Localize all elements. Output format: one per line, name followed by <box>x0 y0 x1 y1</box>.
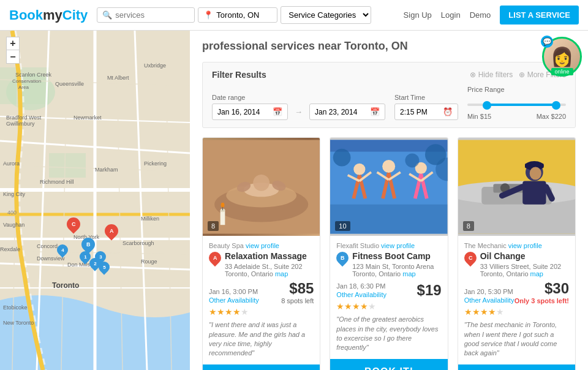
card-category-2: The Mechanic view profile <box>464 242 569 249</box>
card-price-row-0: Jan 16, 3:00 PM Other Availability $85 8… <box>209 280 314 304</box>
card-header-1: B Fitness Boot Camp 123 Main St, Toronto… <box>336 251 441 278</box>
search-input[interactable] <box>115 10 189 20</box>
other-avail-link-1[interactable]: Other Availability <box>336 291 386 298</box>
zoom-out-button[interactable]: − <box>6 50 20 64</box>
hide-filters-icon: ⊗ <box>470 70 476 79</box>
calendar-end-icon[interactable]: 📅 <box>370 107 380 116</box>
map-controls: + − <box>6 37 20 64</box>
svg-text:New Toronto: New Toronto <box>3 320 34 326</box>
svg-text:Don Mills: Don Mills <box>67 262 91 268</box>
svg-point-78 <box>405 153 420 167</box>
card-title-0: Relaxation Massage <box>225 251 307 262</box>
card-category-1: Flexafit Studio view profile <box>336 242 441 249</box>
svg-text:Milliken: Milliken <box>141 216 159 222</box>
location-input[interactable] <box>216 10 272 20</box>
svg-text:Vaughan: Vaughan <box>3 222 24 228</box>
svg-text:Queensville: Queensville <box>55 81 84 87</box>
service-card-0: 8 Beauty Spa view profile A Relaxation M… <box>202 137 320 370</box>
card-badge-2: 8 <box>463 221 474 231</box>
card-header-2: C Oil Change 33 Villiers Street, Suite 2… <box>464 251 569 278</box>
svg-text:Downsview: Downsview <box>37 255 65 262</box>
card-pin-2: C <box>462 249 479 266</box>
svg-text:Scanlon Creek: Scanlon Creek <box>15 72 52 78</box>
price-min: Min $15 <box>467 113 491 120</box>
card-image-1: 10 <box>330 138 447 236</box>
card-badge-1: 10 <box>335 221 350 231</box>
demo-link[interactable]: Demo <box>470 10 491 20</box>
login-link[interactable]: Login <box>441 10 461 20</box>
chat-icon[interactable]: 💬 <box>541 36 553 48</box>
date-arrow: → <box>295 107 303 116</box>
start-time-label: Start Time <box>394 94 458 101</box>
map-link-2[interactable]: map <box>530 270 543 278</box>
service-grid: 8 Beauty Spa view profile A Relaxation M… <box>202 137 576 370</box>
support-agent[interactable]: 👩 online 💬 <box>542 37 582 77</box>
other-avail-link-0[interactable]: Other Availability <box>209 296 259 304</box>
card-address-1: 123 Main St, Toronto Arena Toronto, Onta… <box>352 263 434 278</box>
clock-icon: ⏰ <box>443 107 453 116</box>
calendar-start-icon[interactable]: 📅 <box>273 107 282 116</box>
card-title-wrap-1: Fitness Boot Camp 123 Main St, Toronto A… <box>352 251 434 278</box>
view-profile-link-1[interactable]: view profile <box>381 242 415 249</box>
filter-title: Filter Results <box>212 70 266 80</box>
time-input-wrap: ⏰ <box>394 104 458 120</box>
search-icon: 🔍 <box>102 10 112 20</box>
map-svg: Scanlon Creek Conservation Area Queensvi… <box>0 31 190 370</box>
card-title-wrap-2: Oil Change 33 Villiers Street, Suite 202… <box>480 251 561 278</box>
svg-text:Conservation: Conservation <box>12 78 41 84</box>
date-end-wrap: 📅 <box>309 104 385 120</box>
location-bar: 📍 <box>198 7 277 23</box>
card-review-0: "I went there and it was just a pleasure… <box>209 320 314 358</box>
hide-filters-link[interactable]: ⊗ Hide filters <box>470 70 513 79</box>
svg-point-66 <box>382 160 395 173</box>
svg-text:King City: King City <box>3 191 26 197</box>
time-input[interactable] <box>400 108 440 116</box>
price-minmax: Min $15 Max $220 <box>467 113 566 120</box>
other-avail-link-2[interactable]: Other Availability <box>464 296 514 304</box>
date-end-input[interactable] <box>315 108 367 116</box>
filter-row: Date range 📅 → 📅 Start Tim <box>212 86 566 120</box>
list-service-button[interactable]: LIST A SERVICE <box>500 6 579 25</box>
map-link-0[interactable]: map <box>275 270 288 278</box>
view-profile-link-2[interactable]: view profile <box>508 242 542 249</box>
card-body-2: The Mechanic view profile C Oil Change 3… <box>458 236 575 364</box>
mechanic-image <box>458 138 575 236</box>
date-start-input[interactable] <box>217 108 270 116</box>
card-image-0: 8 <box>203 138 320 236</box>
svg-rect-3 <box>49 153 86 178</box>
card-price-2: $30 <box>514 280 569 297</box>
svg-text:400: 400 <box>7 210 17 216</box>
svg-text:Mt Albert: Mt Albert <box>107 75 129 81</box>
price-slider-thumb-min[interactable] <box>483 101 491 110</box>
card-category-0: Beauty Spa view profile <box>209 242 314 249</box>
price-slider[interactable] <box>467 99 566 111</box>
card-spots-0: 8 spots left <box>281 297 314 304</box>
card-stars-0: ★★★★★ <box>209 307 314 317</box>
card-stars-2: ★★★★★ <box>464 307 569 317</box>
category-select[interactable]: Service Categories <box>281 6 371 24</box>
header-nav: Sign Up Login Demo LIST A SERVICE <box>404 6 579 25</box>
zoom-in-button[interactable]: + <box>6 37 20 50</box>
card-image-2: 8 <box>458 138 575 236</box>
price-max: Max $220 <box>537 113 566 120</box>
svg-text:Richmond Hill: Richmond Hill <box>40 179 74 185</box>
service-card-1: 10 Flexafit Studio view profile B Fitnes… <box>330 137 448 370</box>
svg-text:Uxbridge: Uxbridge <box>144 62 166 69</box>
card-datetime-1: Jan 18, 6:30 PM Other Availability <box>336 280 386 299</box>
page-title: professional services near Toronto, ON <box>202 40 576 53</box>
card-spots-2: Only 3 spots left! <box>514 297 569 304</box>
view-profile-link-0[interactable]: view profile <box>246 242 279 249</box>
signup-link[interactable]: Sign Up <box>404 10 432 20</box>
book-it-button-0[interactable]: BOOK IT! <box>203 364 320 370</box>
service-card-2: 8 The Mechanic view profile C Oil Change <box>458 137 576 370</box>
svg-text:Aurora: Aurora <box>3 160 20 167</box>
book-it-button-1[interactable]: BOOK IT! <box>330 359 447 370</box>
content-panel: 👩 online 💬 professional services near To… <box>190 31 588 370</box>
price-slider-thumb-max[interactable] <box>552 101 560 110</box>
card-address-0: 33 Adelaide St., Suite 202 Toronto, Onta… <box>225 263 307 278</box>
svg-point-61 <box>354 164 366 175</box>
card-review-1: "One of the greatest aerobics places in … <box>336 315 441 353</box>
map-link-1[interactable]: map <box>402 270 415 278</box>
card-price-row-1: Jan 18, 6:30 PM Other Availability $19 <box>336 280 441 299</box>
book-it-button-2[interactable]: BOOK IT! <box>458 364 575 370</box>
